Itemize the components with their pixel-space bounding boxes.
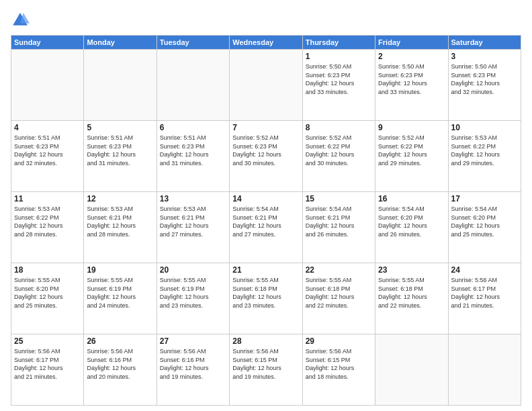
day-cell: 26Sunrise: 5:56 AMSunset: 6:16 PMDayligh… [84, 334, 157, 406]
day-info: Sunrise: 5:52 AMSunset: 6:22 PMDaylight:… [306, 134, 372, 167]
day-cell [157, 50, 229, 121]
day-info: Sunrise: 5:51 AMSunset: 6:23 PMDaylight:… [160, 134, 226, 167]
day-number: 4 [14, 123, 81, 132]
day-info: Sunrise: 5:50 AMSunset: 6:23 PMDaylight:… [451, 62, 518, 96]
day-number: 25 [14, 336, 81, 346]
day-number: 20 [160, 265, 226, 275]
day-number: 24 [451, 265, 518, 275]
day-cell: 15Sunrise: 5:54 AMSunset: 6:21 PMDayligh… [302, 192, 375, 263]
day-info: Sunrise: 5:51 AMSunset: 6:23 PMDaylight:… [87, 134, 153, 167]
day-number: 18 [14, 265, 81, 275]
day-number: 11 [14, 194, 81, 203]
day-number: 9 [378, 123, 445, 132]
day-cell: 28Sunrise: 5:56 AMSunset: 6:15 PMDayligh… [230, 334, 302, 406]
day-cell: 12Sunrise: 5:53 AMSunset: 6:21 PMDayligh… [84, 192, 157, 263]
day-cell [84, 50, 157, 121]
day-number: 2 [378, 52, 445, 61]
day-cell: 6Sunrise: 5:51 AMSunset: 6:23 PMDaylight… [157, 121, 229, 192]
weekday-header-thursday: Thursday [302, 36, 375, 50]
day-cell: 2Sunrise: 5:50 AMSunset: 6:23 PMDaylight… [375, 50, 448, 121]
day-number: 29 [306, 336, 372, 346]
day-number: 6 [160, 123, 226, 132]
logo [11, 11, 32, 30]
day-info: Sunrise: 5:55 AMSunset: 6:18 PMDaylight:… [378, 276, 445, 310]
day-info: Sunrise: 5:55 AMSunset: 6:18 PMDaylight:… [232, 276, 299, 310]
day-number: 14 [232, 194, 299, 203]
day-number: 1 [306, 52, 372, 61]
day-number: 23 [378, 265, 445, 275]
day-cell: 24Sunrise: 5:56 AMSunset: 6:17 PMDayligh… [448, 263, 521, 334]
weekday-header-friday: Friday [375, 36, 448, 50]
day-cell: 1Sunrise: 5:50 AMSunset: 6:23 PMDaylight… [302, 50, 375, 121]
day-cell: 14Sunrise: 5:54 AMSunset: 6:21 PMDayligh… [230, 192, 302, 263]
day-number: 13 [160, 194, 226, 203]
day-info: Sunrise: 5:53 AMSunset: 6:21 PMDaylight:… [160, 205, 226, 238]
day-cell: 7Sunrise: 5:52 AMSunset: 6:23 PMDaylight… [230, 121, 302, 192]
weekday-header-tuesday: Tuesday [157, 36, 229, 50]
day-cell: 25Sunrise: 5:56 AMSunset: 6:17 PMDayligh… [11, 334, 84, 406]
day-number: 12 [87, 194, 153, 203]
day-info: Sunrise: 5:50 AMSunset: 6:23 PMDaylight:… [378, 62, 445, 96]
week-row-2: 4Sunrise: 5:51 AMSunset: 6:23 PMDaylight… [11, 121, 521, 192]
day-cell [375, 334, 448, 406]
day-cell: 10Sunrise: 5:53 AMSunset: 6:22 PMDayligh… [448, 121, 521, 192]
day-info: Sunrise: 5:54 AMSunset: 6:21 PMDaylight:… [232, 205, 299, 238]
day-info: Sunrise: 5:50 AMSunset: 6:23 PMDaylight:… [306, 62, 372, 96]
day-number: 7 [232, 123, 299, 132]
day-number: 19 [87, 265, 153, 275]
week-row-3: 11Sunrise: 5:53 AMSunset: 6:22 PMDayligh… [11, 192, 521, 263]
day-info: Sunrise: 5:54 AMSunset: 6:20 PMDaylight:… [451, 205, 518, 238]
day-number: 27 [160, 336, 226, 346]
weekday-header-wednesday: Wednesday [230, 36, 302, 50]
calendar: SundayMondayTuesdayWednesdayThursdayFrid… [11, 35, 521, 406]
day-cell: 3Sunrise: 5:50 AMSunset: 6:23 PMDaylight… [448, 50, 521, 121]
day-info: Sunrise: 5:55 AMSunset: 6:19 PMDaylight:… [160, 276, 226, 310]
page: SundayMondayTuesdayWednesdayThursdayFrid… [0, 0, 532, 411]
day-cell: 16Sunrise: 5:54 AMSunset: 6:20 PMDayligh… [375, 192, 448, 263]
day-info: Sunrise: 5:56 AMSunset: 6:16 PMDaylight:… [87, 347, 153, 381]
day-cell: 13Sunrise: 5:53 AMSunset: 6:21 PMDayligh… [157, 192, 229, 263]
day-info: Sunrise: 5:55 AMSunset: 6:20 PMDaylight:… [14, 276, 81, 310]
day-cell: 9Sunrise: 5:52 AMSunset: 6:22 PMDaylight… [375, 121, 448, 192]
day-info: Sunrise: 5:53 AMSunset: 6:22 PMDaylight:… [14, 205, 81, 238]
day-number: 8 [306, 123, 372, 132]
day-info: Sunrise: 5:52 AMSunset: 6:23 PMDaylight:… [232, 134, 299, 167]
day-cell [11, 50, 84, 121]
day-cell: 18Sunrise: 5:55 AMSunset: 6:20 PMDayligh… [11, 263, 84, 334]
day-number: 16 [378, 194, 445, 203]
day-info: Sunrise: 5:56 AMSunset: 6:16 PMDaylight:… [160, 347, 226, 381]
day-cell: 23Sunrise: 5:55 AMSunset: 6:18 PMDayligh… [375, 263, 448, 334]
day-number: 5 [87, 123, 153, 132]
day-cell: 8Sunrise: 5:52 AMSunset: 6:22 PMDaylight… [302, 121, 375, 192]
day-number: 15 [306, 194, 372, 203]
day-cell [230, 50, 302, 121]
weekday-header-saturday: Saturday [448, 36, 521, 50]
day-number: 22 [306, 265, 372, 275]
day-info: Sunrise: 5:52 AMSunset: 6:22 PMDaylight:… [378, 134, 445, 167]
day-number: 10 [451, 123, 518, 132]
day-cell: 27Sunrise: 5:56 AMSunset: 6:16 PMDayligh… [157, 334, 229, 406]
day-number: 3 [451, 52, 518, 61]
day-info: Sunrise: 5:53 AMSunset: 6:21 PMDaylight:… [87, 205, 153, 238]
day-cell: 20Sunrise: 5:55 AMSunset: 6:19 PMDayligh… [157, 263, 229, 334]
day-info: Sunrise: 5:55 AMSunset: 6:19 PMDaylight:… [87, 276, 153, 310]
day-cell: 17Sunrise: 5:54 AMSunset: 6:20 PMDayligh… [448, 192, 521, 263]
week-row-5: 25Sunrise: 5:56 AMSunset: 6:17 PMDayligh… [11, 334, 521, 406]
day-cell: 4Sunrise: 5:51 AMSunset: 6:23 PMDaylight… [11, 121, 84, 192]
day-cell: 22Sunrise: 5:55 AMSunset: 6:18 PMDayligh… [302, 263, 375, 334]
day-cell: 19Sunrise: 5:55 AMSunset: 6:19 PMDayligh… [84, 263, 157, 334]
day-info: Sunrise: 5:55 AMSunset: 6:18 PMDaylight:… [306, 276, 372, 310]
day-info: Sunrise: 5:56 AMSunset: 6:15 PMDaylight:… [232, 347, 299, 381]
day-info: Sunrise: 5:56 AMSunset: 6:17 PMDaylight:… [14, 347, 81, 381]
day-info: Sunrise: 5:56 AMSunset: 6:17 PMDaylight:… [451, 276, 518, 310]
day-cell: 5Sunrise: 5:51 AMSunset: 6:23 PMDaylight… [84, 121, 157, 192]
week-row-4: 18Sunrise: 5:55 AMSunset: 6:20 PMDayligh… [11, 263, 521, 334]
day-info: Sunrise: 5:54 AMSunset: 6:20 PMDaylight:… [378, 205, 445, 238]
header [11, 11, 521, 30]
day-number: 28 [232, 336, 299, 346]
day-info: Sunrise: 5:56 AMSunset: 6:15 PMDaylight:… [306, 347, 372, 381]
day-info: Sunrise: 5:54 AMSunset: 6:21 PMDaylight:… [306, 205, 372, 238]
day-cell: 29Sunrise: 5:56 AMSunset: 6:15 PMDayligh… [302, 334, 375, 406]
weekday-header-row: SundayMondayTuesdayWednesdayThursdayFrid… [11, 36, 521, 50]
logo-icon [11, 11, 30, 30]
